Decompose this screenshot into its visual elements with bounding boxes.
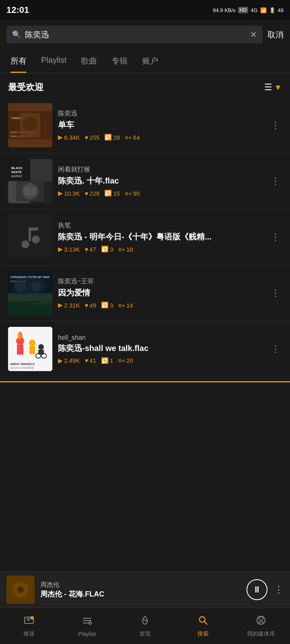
svg-point-20 — [32, 235, 40, 244]
song-info-5: hell_shan 陈奕迅-shall we talk.flac ▶ 2.49K… — [58, 334, 263, 364]
nav-item-playlist[interactable]: Playlist — [58, 608, 116, 644]
np-artist: 周杰伦 — [40, 581, 241, 589]
playlist-icon-1: ≡+ — [125, 134, 132, 141]
repost-icon-5: 🔁 — [101, 357, 109, 364]
song-stats-1: ▶ 8.34K ♥ 255 🔁 28 ≡+ 64 — [58, 134, 263, 141]
repost-icon-4: 🔁 — [101, 301, 109, 309]
play-icon-3: ▶ — [58, 246, 63, 253]
playlist-icon-5: ≡+ — [118, 357, 125, 364]
nav-label-discover: 发现 — [139, 630, 151, 638]
song-item-5[interactable]: GREAT 5000SECS EASON CHAN 陈奕迅 hell_shan … — [0, 321, 290, 377]
tab-all[interactable]: 所有 — [3, 49, 34, 73]
more-button-4[interactable]: ⋮ — [269, 287, 282, 299]
album-art-3 — [8, 215, 52, 259]
plays-5: ▶ 2.49K — [58, 357, 80, 364]
album-art-4: STRANGER UNDER MY SKIN EASON CHAN — [8, 271, 52, 315]
song-title-3: 陈奕迅 - 明年今日-《十年》粤语版《贱精... — [58, 231, 263, 242]
repost-icon-3: 🔁 — [101, 246, 109, 253]
nav-item-library[interactable]: 我的媒体库 — [232, 608, 290, 644]
section-title: 最受欢迎 — [8, 81, 44, 93]
more-button-5[interactable]: ⋮ — [269, 343, 282, 355]
nav-label-push: 推送 — [23, 630, 35, 638]
repost-icon-1: 🔁 — [104, 134, 112, 141]
battery-level: 48 — [278, 7, 284, 13]
song-uploader-1: 陈奕迅 — [58, 109, 263, 118]
svg-rect-33 — [17, 345, 23, 355]
svg-point-50 — [31, 616, 34, 619]
reposts-2: 🔁 15 — [104, 190, 120, 197]
playlist-4: ≡+ 14 — [118, 302, 133, 309]
plays-1: ▶ 8.34K — [58, 134, 80, 141]
search-input-wrap[interactable]: 🔍 ✕ — [6, 26, 263, 43]
pause-icon: ⏸ — [253, 584, 261, 595]
now-playing-more-button[interactable]: ⋮ — [274, 584, 284, 595]
bottom-nav: 推送 Playlist 发现 搜索 — [0, 608, 290, 644]
play-icon-5: ▶ — [58, 357, 63, 364]
song-item-4[interactable]: STRANGER UNDER MY SKIN EASON CHAN 陈奕迅~王菲… — [0, 265, 290, 321]
more-button-3[interactable]: ⋮ — [269, 231, 282, 243]
play-icon-2: ▶ — [58, 190, 63, 197]
status-bar: 12:01 94.9 KB/s HD 4G 📶 🔋 48 — [0, 0, 290, 20]
tab-account[interactable]: 账户 — [135, 49, 166, 73]
song-uploader-5: hell_shan — [58, 334, 263, 341]
now-playing-art — [6, 576, 35, 604]
now-playing-info: 周杰伦 周杰伦 - 花海.FLAC — [40, 581, 241, 599]
clear-button[interactable]: ✕ — [250, 30, 257, 39]
svg-point-38 — [38, 344, 44, 350]
song-item-1[interactable]: reason SHALL WE DANCE SHALL WE TALK 陈奕迅 … — [0, 97, 290, 153]
cancel-button[interactable]: 取消 — [267, 29, 284, 40]
song-title-5: 陈奕迅-shall we talk.flac — [58, 343, 263, 354]
reposts-4: 🔁 3 — [101, 301, 113, 309]
tab-songs[interactable]: 歌曲 — [74, 49, 104, 73]
section-header: 最受欢迎 ☰ ▼ — [0, 73, 290, 97]
song-stats-3: ▶ 3.13K ♥ 47 🔁 3 ≡+ 18 — [58, 246, 263, 253]
song-item-3[interactable]: 执笔 陈奕迅 - 明年今日-《十年》粤语版《贱精... ▶ 3.13K ♥ 47… — [0, 209, 290, 265]
song-uploader-3: 执笔 — [58, 221, 263, 230]
nav-item-search[interactable]: 搜索 — [174, 608, 232, 644]
svg-text:&GRAY: &GRAY — [11, 174, 23, 178]
svg-rect-37 — [29, 346, 35, 354]
search-input[interactable] — [25, 30, 246, 39]
tab-playlist[interactable]: Playlist — [34, 49, 74, 73]
plays-3: ▶ 3.13K — [58, 246, 80, 253]
signal-icon: 📶 — [260, 7, 267, 13]
svg-text:EASON CHAN 陈奕迅: EASON CHAN 陈奕迅 — [10, 366, 34, 369]
more-button-2[interactable]: ⋮ — [269, 175, 282, 187]
heart-icon-5: ♥ — [85, 357, 88, 364]
likes-1: ♥ 255 — [85, 134, 99, 141]
playlist-1: ≡+ 64 — [125, 134, 140, 141]
svg-rect-10 — [30, 159, 52, 181]
song-stats-5: ▶ 2.49K ♥ 41 🔁 1 ≡+ 20 — [58, 357, 263, 364]
more-button-1[interactable]: ⋮ — [269, 120, 282, 131]
album-art-1: reason SHALL WE DANCE SHALL WE TALK — [8, 103, 52, 147]
playlist-nav-icon — [81, 615, 93, 629]
library-icon — [255, 615, 267, 629]
svg-rect-22 — [29, 227, 38, 231]
now-playing-bar[interactable]: 周杰伦 周杰伦 - 花海.FLAC ⏸ ⋮ — [0, 571, 290, 608]
nav-item-discover[interactable]: 发现 — [116, 608, 174, 644]
svg-point-7 — [23, 117, 37, 131]
album-art-2: BLACK WHITE &GRAY — [8, 159, 52, 203]
push-icon — [23, 615, 35, 629]
song-item-2[interactable]: BLACK WHITE &GRAY 闲着就打猴 陈奕迅. 十年.flac ▶ 1… — [0, 153, 290, 209]
battery-icon: 🔋 — [269, 7, 276, 13]
nav-label-search: 搜索 — [197, 630, 209, 638]
heart-icon-2: ♥ — [85, 190, 88, 197]
song-uploader-4: 陈奕迅~王菲 — [58, 277, 263, 286]
song-info-2: 闲着就打猴 陈奕迅. 十年.flac ▶ 10.3K ♥ 228 🔁 15 ≡+… — [58, 165, 263, 197]
svg-point-35 — [18, 334, 20, 339]
network-speed: 94.9 KB/s — [213, 7, 235, 13]
sort-icon: ☰ — [264, 82, 272, 93]
pause-button[interactable]: ⏸ — [246, 579, 267, 600]
sort-button[interactable]: ☰ ▼ — [264, 82, 282, 93]
nav-item-push[interactable]: 推送 — [0, 608, 58, 644]
plays-4: ▶ 2.31K — [58, 301, 80, 309]
playlist-3: ≡+ 18 — [118, 246, 133, 253]
heart-icon-3: ♥ — [85, 246, 88, 253]
svg-text:WHITE: WHITE — [11, 170, 22, 174]
svg-rect-18 — [24, 187, 36, 195]
svg-point-29 — [14, 281, 26, 293]
reposts-3: 🔁 3 — [101, 246, 113, 253]
playlist-icon-4: ≡+ — [118, 302, 125, 309]
tab-albums[interactable]: 专辑 — [104, 49, 135, 73]
